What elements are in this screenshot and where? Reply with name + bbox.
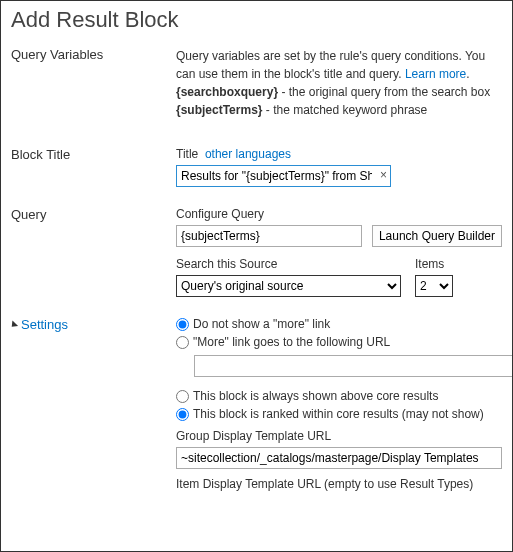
more-url-input[interactable] <box>194 355 513 377</box>
group-display-input[interactable] <box>176 447 502 469</box>
radio-above-core[interactable] <box>176 390 189 403</box>
clear-title-icon[interactable]: × <box>380 168 387 182</box>
block-title-input[interactable] <box>176 165 391 187</box>
block-title-heading: Block Title <box>11 147 176 187</box>
var-searchboxquery-desc: - the original query from the search box <box>278 85 490 99</box>
settings-heading: Settings <box>21 317 68 332</box>
title-label: Title <box>176 147 198 161</box>
dialog-title: Add Result Block <box>1 1 512 47</box>
section-block-title: Block Title Title other languages × <box>11 147 502 187</box>
search-source-label: Search this Source <box>176 257 401 271</box>
section-settings: Settings Do not show a "more" link "More… <box>11 317 502 495</box>
var-subjectterms-desc: - the matched keyword phrase <box>262 103 427 117</box>
radio-above-core-label: This block is always shown above core re… <box>193 389 438 403</box>
var-searchboxquery: {searchboxquery} <box>176 85 278 99</box>
items-select[interactable]: 2 <box>415 275 453 297</box>
query-variables-desc: Query variables are set by the rule's qu… <box>176 47 502 119</box>
configure-query-label: Configure Query <box>176 207 502 221</box>
query-heading: Query <box>11 207 176 297</box>
radio-more-url[interactable] <box>176 336 189 349</box>
radio-ranked-core-label: This block is ranked within core results… <box>193 407 484 421</box>
configure-query-input[interactable] <box>176 225 362 247</box>
item-display-label: Item Display Template URL (empty to use … <box>176 477 502 491</box>
radio-ranked-core[interactable] <box>176 408 189 421</box>
radio-no-more-label: Do not show a "more" link <box>193 317 330 331</box>
search-source-select[interactable]: Query's original source <box>176 275 401 297</box>
query-variables-heading: Query Variables <box>11 47 176 127</box>
radio-no-more-link[interactable] <box>176 318 189 331</box>
other-languages-link[interactable]: other languages <box>205 147 291 161</box>
settings-toggle[interactable]: Settings <box>11 317 176 332</box>
items-label: Items <box>415 257 453 271</box>
learn-more-link[interactable]: Learn more <box>405 67 466 81</box>
launch-query-builder-button[interactable]: Launch Query Builder <box>372 225 502 247</box>
var-subjectterms: {subjectTerms} <box>176 103 262 117</box>
group-display-label: Group Display Template URL <box>176 429 502 443</box>
caret-icon <box>9 320 18 329</box>
section-query: Query Configure Query Launch Query Build… <box>11 207 502 297</box>
section-query-variables: Query Variables Query variables are set … <box>11 47 502 127</box>
radio-more-url-label: "More" link goes to the following URL <box>193 335 390 349</box>
